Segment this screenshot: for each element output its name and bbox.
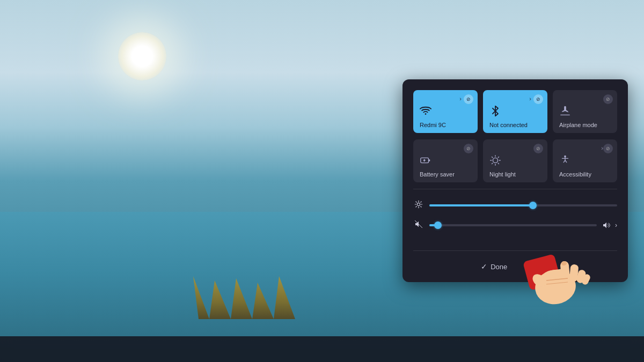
battery-saver-label: Battery saver	[420, 171, 472, 178]
wifi-expand-arrow: ›	[459, 95, 462, 102]
wifi-off-badge: ⊘	[464, 94, 473, 104]
add-label: Add	[537, 263, 550, 271]
bluetooth-icon	[489, 105, 542, 120]
battery-saver-off-badge: ⊘	[464, 144, 473, 153]
done-label: Done	[491, 263, 507, 271]
taskbar	[0, 336, 644, 362]
svg-line-10	[492, 163, 493, 164]
toggle-grid-row1: ⊘ › Redmi 9C ⊘ › Not connected	[413, 90, 617, 133]
panel-actions: ✓ Done + Add	[413, 257, 617, 271]
accessibility-toggle[interactable]: ⊘ › Accessibility	[553, 139, 617, 182]
night-light-icon	[489, 154, 542, 169]
accessibility-off-badge: ⊘	[603, 144, 613, 153]
svg-point-0	[425, 113, 427, 115]
toggle-grid-row2: ⊘ Battery saver ⊘	[413, 139, 617, 182]
volume-slider-row: ›	[413, 220, 617, 230]
svg-line-19	[421, 206, 421, 207]
bluetooth-expand-arrow: ›	[529, 95, 531, 102]
wifi-toggle[interactable]: ⊘ › Redmi 9C	[413, 90, 478, 133]
airplane-label: Airplane mode	[559, 122, 612, 129]
bluetooth-off-badge: ⊘	[533, 94, 543, 104]
battery-saver-toggle[interactable]: ⊘ Battery saver	[413, 139, 478, 182]
svg-marker-22	[415, 221, 419, 227]
done-button[interactable]: ✓ Done	[481, 262, 507, 271]
svg-line-21	[421, 202, 421, 202]
add-button[interactable]: + Add	[529, 262, 549, 271]
sliders-section: ›	[413, 196, 617, 244]
svg-line-9	[498, 163, 499, 164]
add-plus-icon: +	[529, 262, 533, 271]
night-light-label: Night light	[489, 171, 542, 178]
svg-line-20	[416, 206, 416, 207]
battery-saver-icon	[420, 154, 472, 169]
done-check-icon: ✓	[481, 262, 487, 271]
svg-point-13	[417, 203, 420, 205]
accessibility-icon	[559, 154, 612, 169]
bluetooth-label: Not connected	[489, 122, 542, 129]
airplane-icon	[559, 105, 612, 120]
quick-settings-panel: ⊘ › Redmi 9C ⊘ › Not connected	[402, 79, 628, 282]
wifi-label: Redmi 9C	[420, 122, 472, 129]
bluetooth-toggle[interactable]: ⊘ › Not connected	[483, 90, 547, 133]
volume-track[interactable]	[429, 224, 597, 226]
svg-marker-24	[603, 222, 606, 228]
brightness-slider-row	[413, 200, 617, 210]
brightness-fill	[429, 204, 533, 206]
svg-line-11	[498, 157, 499, 157]
accessibility-label: Accessibility	[559, 171, 612, 178]
svg-point-3	[493, 158, 497, 162]
brightness-thumb[interactable]	[529, 202, 537, 209]
svg-line-8	[492, 157, 493, 157]
brightness-icon	[413, 200, 424, 210]
airplane-toggle[interactable]: ⊘ Airplane mode	[553, 90, 617, 133]
volume-end-icon: ›	[602, 221, 617, 230]
svg-rect-2	[429, 159, 430, 161]
night-light-off-badge: ⊘	[533, 144, 543, 153]
accessibility-expand-arrow: ›	[601, 145, 603, 151]
volume-thumb[interactable]	[434, 221, 442, 229]
divider2	[413, 250, 617, 251]
divider	[413, 189, 617, 189]
airplane-off-badge: ⊘	[603, 94, 613, 104]
brightness-track[interactable]	[429, 204, 617, 206]
night-light-toggle[interactable]: ⊘ Night light	[483, 139, 547, 182]
svg-line-18	[416, 202, 416, 202]
sun	[118, 32, 166, 80]
wifi-icon	[420, 105, 472, 120]
volume-icon	[413, 220, 424, 230]
